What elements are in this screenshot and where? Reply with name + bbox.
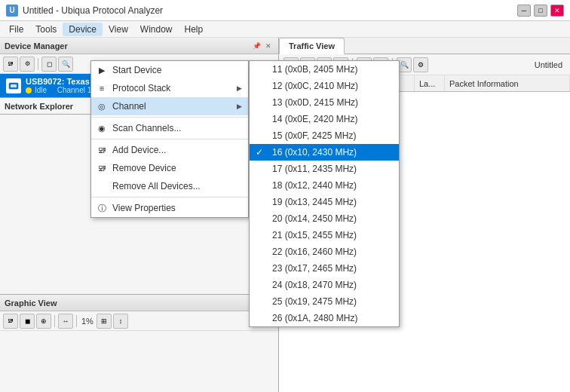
menu-file[interactable]: File bbox=[3, 23, 29, 36]
pin-icon[interactable]: 📌 bbox=[251, 41, 262, 51]
svg-rect-1 bbox=[11, 84, 17, 87]
maximize-button[interactable]: □ bbox=[534, 5, 547, 17]
graphic-view-header: Graphic View 📌 ✕ bbox=[0, 295, 278, 311]
dm-tb-btn-2[interactable]: ⚙ bbox=[20, 57, 35, 72]
menu-device[interactable]: Device bbox=[63, 23, 103, 36]
gv-tb-btn-1[interactable]: 🖳 bbox=[3, 314, 18, 329]
cm-sep-1 bbox=[91, 117, 248, 118]
add-device-icon: 🖳 bbox=[96, 144, 108, 156]
close-panel-icon[interactable]: ✕ bbox=[263, 41, 274, 51]
gv-tb-btn-6[interactable]: ↕ bbox=[113, 314, 128, 329]
network-explorer-title: Network Explorer bbox=[5, 102, 73, 111]
channel-item-23[interactable]: 23 (0x17, 2465 MHz) bbox=[250, 260, 399, 277]
gv-zoom-label: 1% bbox=[80, 317, 95, 326]
col-header-packet-info: Packet Information bbox=[445, 75, 570, 91]
channel-submenu: 11 (0x0B, 2405 MHz)12 (0x0C, 2410 MHz)13… bbox=[249, 60, 400, 327]
menu-tools[interactable]: Tools bbox=[29, 23, 63, 36]
channel-item-26[interactable]: 26 (0x1A, 2480 MHz) bbox=[250, 310, 399, 326]
dm-tb-sep bbox=[38, 58, 38, 70]
cm-sep-2 bbox=[91, 139, 248, 139]
view-properties-icon: ⓘ bbox=[96, 202, 108, 214]
cm-scan-channels-label: Scan Channels... bbox=[112, 123, 181, 133]
channel-item-24[interactable]: 24 (0x18, 2470 MHz) bbox=[250, 277, 399, 293]
close-button[interactable]: ✕ bbox=[550, 5, 564, 17]
device-manager-title: Device Manager bbox=[5, 41, 68, 51]
cm-start-device-label: Start Device bbox=[112, 65, 161, 75]
cm-protocol-stack[interactable]: ≡ Protocol Stack bbox=[91, 79, 248, 97]
cm-remove-all-devices[interactable]: Remove All Devices... bbox=[91, 177, 248, 195]
channel-item-21[interactable]: 21 (0x15, 2455 MHz) bbox=[250, 227, 399, 243]
cm-sep-3 bbox=[91, 197, 248, 198]
dm-tb-btn-search[interactable]: 🔍 bbox=[58, 57, 73, 72]
scan-channels-icon: ◉ bbox=[96, 122, 108, 134]
cm-protocol-stack-label: Protocol Stack bbox=[112, 83, 170, 93]
device-manager-header: Device Manager 📌 ✕ bbox=[0, 38, 278, 54]
cm-remove-all-devices-label: Remove All Devices... bbox=[112, 181, 201, 191]
tab-traffic-view[interactable]: Traffic View bbox=[279, 38, 345, 54]
cm-scan-channels[interactable]: ◉ Scan Channels... bbox=[91, 119, 248, 137]
channel-item-18[interactable]: 18 (0x12, 2440 MHz) bbox=[250, 177, 399, 194]
remove-all-devices-icon bbox=[96, 180, 108, 192]
channel-item-15[interactable]: 15 (0x0F, 2425 MHz) bbox=[250, 127, 399, 144]
menu-bar: File Tools Device View Window Help bbox=[0, 21, 570, 38]
minimize-button[interactable]: ─ bbox=[517, 5, 531, 17]
start-device-icon: ▶ bbox=[96, 64, 108, 76]
channel-item-16[interactable]: 16 (0x10, 2430 MHz) bbox=[250, 144, 399, 161]
menu-window[interactable]: Window bbox=[134, 23, 179, 36]
channel-item-14[interactable]: 14 (0x0E, 2420 MHz) bbox=[250, 111, 399, 127]
channel-item-20[interactable]: 20 (0x14, 2450 MHz) bbox=[250, 210, 399, 227]
channel-item-12[interactable]: 12 (0x0C, 2410 MHz) bbox=[250, 78, 399, 94]
cm-view-properties[interactable]: ⓘ View Properties bbox=[91, 199, 248, 217]
tv-tb-btn-8[interactable]: ⚙ bbox=[413, 57, 428, 72]
channel-item-22[interactable]: 22 (0x16, 2460 MHz) bbox=[250, 243, 399, 260]
untitled-label: Untitled bbox=[532, 60, 565, 69]
cm-remove-device-label: Remove Device bbox=[112, 163, 176, 173]
graphic-view-panel: Graphic View 📌 ✕ 🖳 ◼ ⊕ ↔ 1% ⊞ ↕ bbox=[0, 294, 278, 392]
gv-tb-btn-2[interactable]: ◼ bbox=[20, 314, 35, 329]
protocol-stack-icon: ≡ bbox=[96, 82, 108, 94]
col-header-la: La... bbox=[415, 75, 445, 91]
channel-item-25[interactable]: 25 (0x19, 2475 MHz) bbox=[250, 293, 399, 310]
channel-item-13[interactable]: 13 (0x0D, 2415 MHz) bbox=[250, 94, 399, 111]
menu-help[interactable]: Help bbox=[179, 23, 210, 36]
cm-remove-device[interactable]: 🖳 Remove Device bbox=[91, 159, 248, 177]
channel-item-17[interactable]: 17 (0x11, 2435 MHz) bbox=[250, 161, 399, 177]
cm-add-device[interactable]: 🖳 Add Device... bbox=[91, 141, 248, 159]
gv-tb-btn-3[interactable]: ⊕ bbox=[36, 314, 51, 329]
graphic-view-title: Graphic View bbox=[5, 299, 57, 308]
dm-tb-btn-1[interactable]: 🖳 bbox=[3, 57, 18, 72]
traffic-tabs: Traffic View bbox=[279, 38, 570, 54]
title-bar-controls: ─ □ ✕ bbox=[517, 5, 564, 17]
channel-item-19[interactable]: 19 (0x13, 2445 MHz) bbox=[250, 194, 399, 210]
gv-tb-btn-4[interactable]: ↔ bbox=[58, 314, 73, 329]
device-item-icon bbox=[6, 78, 21, 93]
status-text: Idle bbox=[35, 86, 47, 94]
title-bar-text: Untitled - Ubiqua Protocol Analyzer bbox=[23, 5, 163, 16]
menu-view[interactable]: View bbox=[103, 23, 134, 36]
cm-start-device[interactable]: ▶ Start Device bbox=[91, 61, 248, 79]
title-bar: U Untitled - Ubiqua Protocol Analyzer ─ … bbox=[0, 0, 570, 21]
gv-tb-sep-1 bbox=[54, 315, 55, 327]
gv-tb-sep-2 bbox=[76, 315, 77, 327]
remove-device-icon: 🖳 bbox=[96, 162, 108, 174]
gv-tb-btn-5[interactable]: ⊞ bbox=[97, 314, 112, 329]
graphic-view-toolbar: 🖳 ◼ ⊕ ↔ 1% ⊞ ↕ bbox=[0, 311, 278, 331]
cm-channel[interactable]: ◎ Channel bbox=[91, 97, 248, 115]
cm-channel-label: Channel bbox=[112, 101, 146, 112]
channel-icon: ◎ bbox=[96, 100, 108, 112]
device-manager-controls: 📌 ✕ bbox=[251, 41, 274, 51]
app-icon: U bbox=[6, 5, 18, 17]
dm-tb-btn-3[interactable]: ◻ bbox=[41, 57, 57, 72]
channel-item-11[interactable]: 11 (0x0B, 2405 MHz) bbox=[250, 61, 399, 78]
status-dot bbox=[26, 87, 32, 93]
cm-add-device-label: Add Device... bbox=[112, 145, 166, 155]
cm-view-properties-label: View Properties bbox=[112, 203, 176, 213]
context-menu: ▶ Start Device ≡ Protocol Stack ◎ Channe… bbox=[90, 60, 249, 218]
